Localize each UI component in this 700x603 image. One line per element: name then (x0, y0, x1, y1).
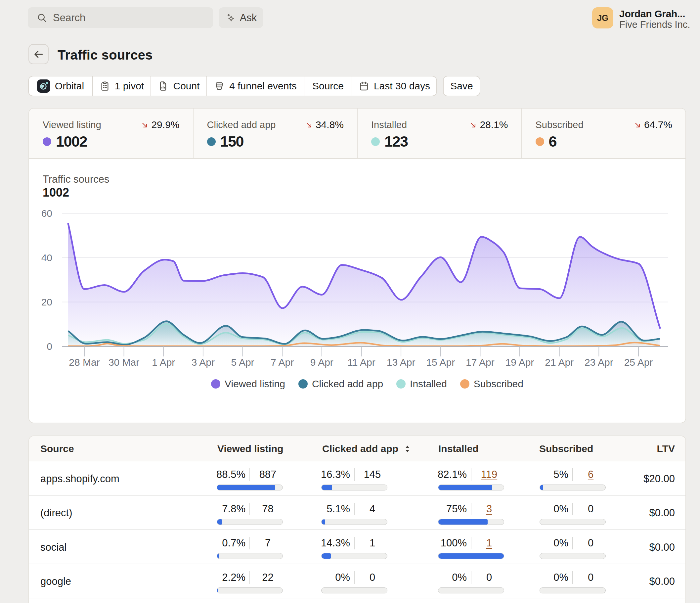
svg-text:11 Apr: 11 Apr (347, 357, 375, 368)
svg-text:0: 0 (47, 341, 52, 352)
svg-text:1 Apr: 1 Apr (152, 357, 175, 368)
svg-text:17 Apr: 17 Apr (466, 357, 495, 368)
svg-text:23 Apr: 23 Apr (584, 357, 613, 368)
svg-text:40: 40 (41, 252, 52, 263)
svg-text:5 Apr: 5 Apr (231, 357, 254, 368)
svg-text:9 Apr: 9 Apr (310, 357, 333, 368)
svg-text:19 Apr: 19 Apr (505, 357, 534, 368)
svg-text:25 Apr: 25 Apr (624, 357, 653, 368)
svg-text:21 Apr: 21 Apr (545, 357, 574, 368)
svg-text:7 Apr: 7 Apr (271, 357, 294, 368)
svg-text:28 Mar: 28 Mar (69, 357, 100, 368)
svg-text:20: 20 (41, 296, 52, 308)
svg-text:3 Apr: 3 Apr (192, 357, 215, 368)
svg-text:13 Apr: 13 Apr (387, 357, 416, 368)
svg-text:15 Apr: 15 Apr (426, 357, 455, 368)
svg-text:30 Mar: 30 Mar (108, 357, 139, 368)
svg-text:60: 60 (41, 208, 52, 219)
